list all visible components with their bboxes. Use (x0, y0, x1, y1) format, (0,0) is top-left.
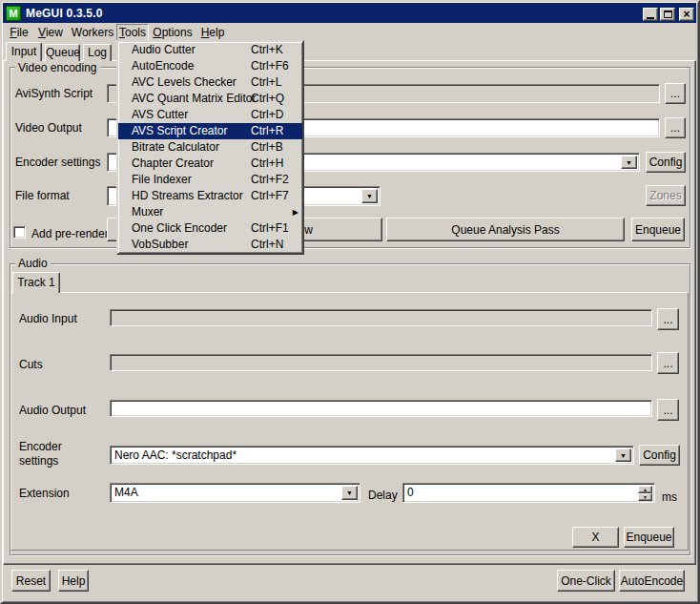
spinner-up-icon[interactable]: ▲ (638, 486, 652, 493)
submenu-arrow-icon: ▶ (293, 204, 299, 220)
window-title: MeGUI 0.3.5.0 (26, 7, 103, 20)
minimize-icon (647, 17, 654, 19)
menu-item-autoencode[interactable]: AutoEncodeCtrl+F6 (118, 58, 302, 74)
chevron-down-icon[interactable]: ▼ (621, 156, 637, 169)
audio-encoder-settings-combo[interactable]: Nero AAC: *scratchpad* ▼ (110, 446, 634, 465)
menu-item-chapter-creator[interactable]: Chapter CreatorCtrl+H (118, 156, 302, 172)
ms-unit-label: ms (662, 490, 677, 505)
add-pre-rendering-checkbox[interactable] (13, 226, 26, 239)
menu-item-avs-cutter[interactable]: AVS CutterCtrl+D (118, 107, 302, 123)
video-output-label: Video Output (15, 121, 82, 135)
audio-output-browse-button[interactable]: ... (657, 399, 679, 421)
autoencode-button[interactable]: AutoEncode (619, 570, 685, 592)
menu-workers[interactable]: Workers (69, 25, 116, 42)
minimize-button[interactable] (643, 8, 658, 21)
audio-input-label: Audio Input (19, 312, 77, 326)
help-button[interactable]: Help (58, 570, 89, 592)
audio-input-field[interactable] (110, 309, 652, 326)
audio-config-button[interactable]: Config (639, 445, 680, 466)
menu-view[interactable]: View (34, 25, 67, 42)
audio-output-field[interactable] (110, 400, 652, 417)
chevron-down-icon[interactable]: ▼ (615, 448, 631, 462)
extension-label: Extension (19, 487, 70, 501)
video-enqueue-button[interactable]: Enqueue (631, 218, 685, 241)
menu-item-audio-cutter[interactable]: Audio CutterCtrl+K (118, 42, 302, 58)
cuts-field[interactable] (110, 354, 652, 371)
tab-input[interactable]: Input (6, 42, 42, 61)
title-bar: M MeGUI 0.3.5.0 (3, 3, 696, 23)
queue-analysis-pass-button[interactable]: Queue Analysis Pass (386, 218, 625, 241)
close-button[interactable]: × (679, 8, 694, 21)
maximize-button[interactable] (660, 8, 675, 21)
menu-item-vobsubber[interactable]: VobSubberCtrl+N (118, 237, 302, 253)
menu-item-avc-quant-matrix-editor[interactable]: AVC Quant Matrix EditorCtrl+Q (118, 91, 302, 107)
cuts-browse-button[interactable]: ... (657, 352, 679, 374)
video-config-button[interactable]: Config (646, 152, 686, 173)
menu-item-avc-levels-checker[interactable]: AVC Levels CheckerCtrl+L (118, 74, 302, 91)
audio-remove-track-button[interactable]: X (572, 527, 619, 548)
chevron-down-icon[interactable]: ▼ (361, 189, 378, 203)
reset-button[interactable]: Reset (11, 570, 51, 592)
tools-dropdown-menu: Audio CutterCtrl+K AutoEncodeCtrl+F6 AVC… (116, 40, 304, 255)
close-icon: × (683, 10, 690, 19)
menu-tools[interactable]: Tools (116, 24, 149, 41)
video-encoder-settings-label: Encoder settings (15, 156, 100, 170)
track-tab-panel (10, 292, 689, 551)
one-click-button[interactable]: One-Click (557, 570, 615, 592)
audio-input-browse-button[interactable]: ... (657, 308, 679, 330)
spinner-down-icon[interactable]: ▼ (638, 493, 652, 501)
tab-queue[interactable]: Queue (45, 44, 80, 61)
video-encoding-group-title: Video encoding (15, 61, 100, 74)
delay-spinner[interactable]: 0 ▲ ▼ (402, 483, 655, 503)
file-format-label: File format (15, 189, 70, 203)
menu-item-muxer[interactable]: Muxer▶ (118, 204, 302, 220)
menu-item-hd-streams-extractor[interactable]: HD Streams ExtractorCtrl+F7 (118, 188, 302, 204)
avisynth-script-label: AviSynth Script (15, 87, 93, 101)
extension-combo[interactable]: M4A ▼ (110, 483, 360, 503)
megui-app-icon: M (6, 6, 21, 21)
menu-item-file-indexer[interactable]: File IndexerCtrl+F2 (118, 172, 302, 188)
avisynth-browse-button[interactable]: ... (665, 83, 686, 104)
menu-file[interactable]: File (6, 25, 32, 42)
tab-log[interactable]: Log (83, 44, 112, 61)
maximize-icon (664, 10, 672, 18)
menu-item-one-click-encoder[interactable]: One Click EncoderCtrl+F1 (118, 220, 302, 237)
cuts-label: Cuts (19, 358, 43, 372)
audio-encoder-settings-label: Encoder settings (19, 440, 88, 469)
delay-label: Delay (368, 489, 398, 503)
menu-item-bitrate-calculator[interactable]: Bitrate CalculatorCtrl+B (118, 139, 302, 156)
zones-button: Zones (646, 185, 686, 206)
tab-track-1[interactable]: Track 1 (12, 272, 60, 293)
audio-output-label: Audio Output (19, 404, 86, 418)
audio-enqueue-button[interactable]: Enqueue (624, 527, 674, 548)
chevron-down-icon[interactable]: ▼ (341, 486, 358, 500)
menu-item-avs-script-creator[interactable]: AVS Script CreatorCtrl+R (118, 123, 302, 139)
video-output-browse-button[interactable]: ... (665, 117, 686, 138)
audio-group-title: Audio (15, 257, 51, 270)
